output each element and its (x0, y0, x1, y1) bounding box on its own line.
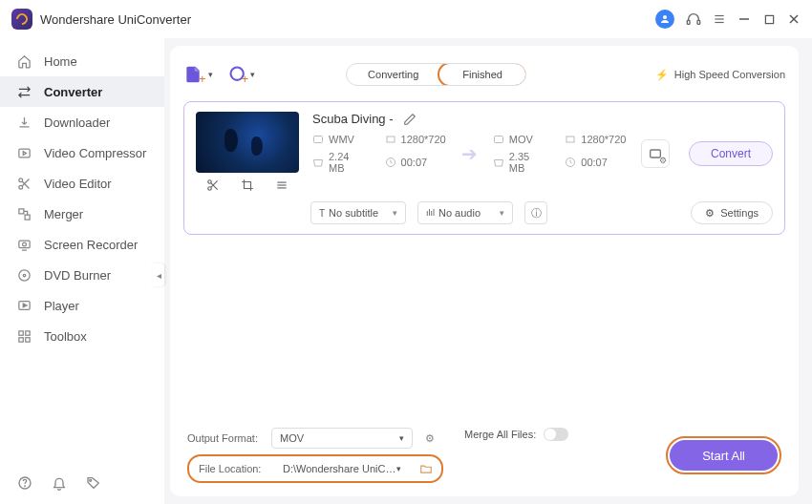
sidebar-item-downloader[interactable]: Downloader (0, 107, 164, 137)
svg-point-22 (23, 274, 26, 277)
sidebar-label: Merger (44, 207, 83, 221)
svg-marker-11 (23, 151, 26, 155)
sidebar-item-toolbox[interactable]: Toolbox (0, 321, 164, 351)
source-specs: WMV 1280*720 2.24 MB 00:07 (312, 134, 446, 174)
format-icon (312, 134, 324, 145)
play-icon (17, 299, 32, 313)
add-url-button[interactable]: +▾ (228, 64, 256, 86)
svg-rect-27 (19, 337, 23, 341)
sidebar-label: Downloader (44, 116, 110, 130)
svg-rect-41 (387, 136, 395, 142)
svg-rect-25 (19, 330, 23, 334)
svg-rect-40 (314, 136, 323, 143)
download-icon (17, 116, 32, 130)
gear-icon: ⚙ (705, 207, 715, 220)
sidebar-item-dvd-burner[interactable]: DVD Burner (0, 260, 164, 290)
resolution-icon (385, 134, 396, 145)
maximize-button[interactable] (762, 14, 776, 25)
svg-point-21 (19, 269, 30, 280)
merger-icon (17, 207, 32, 221)
more-icon[interactable] (275, 178, 288, 192)
tag-icon[interactable] (86, 475, 101, 491)
video-thumbnail[interactable] (196, 112, 299, 173)
close-button[interactable] (787, 13, 801, 25)
arrow-icon: ➔ (454, 142, 485, 165)
output-format-label: Output Format: (187, 432, 264, 444)
scissors-icon (17, 177, 32, 191)
svg-point-30 (25, 486, 26, 487)
svg-rect-16 (19, 208, 24, 213)
sidebar-label: Video Editor (44, 177, 112, 191)
edit-name-icon[interactable] (403, 113, 417, 126)
start-all-button[interactable]: Start All (670, 440, 778, 471)
disc-icon (17, 268, 32, 283)
sidebar-item-converter[interactable]: Converter (0, 76, 164, 107)
svg-rect-44 (566, 136, 574, 142)
format-settings-icon[interactable]: ⚙ (420, 429, 439, 448)
svg-point-31 (90, 479, 92, 481)
titlebar: Wondershare UniConverter (0, 0, 812, 38)
high-speed-toggle[interactable]: ⚡High Speed Conversion (655, 69, 785, 81)
file-card: Scuba Diving - WMV 1280*720 2.24 MB 00:0… (183, 101, 785, 235)
svg-marker-24 (23, 304, 27, 307)
file-location-label: File Location: (199, 463, 267, 474)
convert-button[interactable]: Convert (689, 141, 773, 166)
size-icon (312, 157, 324, 168)
sidebar: Home Converter Downloader Video Compress… (0, 38, 164, 504)
svg-point-33 (208, 180, 212, 184)
tab-converting[interactable]: Converting (347, 64, 439, 85)
sidebar-item-screen-recorder[interactable]: Screen Recorder (0, 229, 164, 260)
crop-icon[interactable] (241, 178, 254, 192)
settings-button[interactable]: ⚙Settings (691, 201, 773, 224)
svg-rect-10 (19, 149, 30, 158)
merge-label: Merge All Files: (464, 429, 536, 440)
tab-finished[interactable]: Finished (438, 63, 526, 86)
target-specs: MOV 1280*720 2.35 MB 00:07 (493, 134, 627, 174)
minimize-button[interactable] (737, 13, 751, 25)
converter-icon (17, 85, 32, 99)
sidebar-item-home[interactable]: Home (0, 46, 164, 76)
sidebar-item-player[interactable]: Player (0, 290, 164, 321)
svg-point-34 (208, 187, 212, 191)
sidebar-label: Screen Recorder (44, 238, 138, 252)
sidebar-label: Converter (44, 85, 102, 99)
clock-icon (385, 157, 396, 168)
help-icon[interactable] (17, 475, 32, 491)
sidebar-item-editor[interactable]: Video Editor (0, 168, 164, 199)
sidebar-label: Toolbox (44, 329, 87, 344)
app-title: Wondershare UniConverter (40, 12, 191, 27)
sidebar-label: Player (44, 299, 79, 313)
subtitle-select[interactable]: TNo subtitle▾ (310, 201, 406, 224)
audio-select[interactable]: ılılNo audio▾ (417, 201, 513, 224)
bell-icon[interactable] (52, 475, 67, 491)
svg-point-13 (19, 185, 23, 189)
svg-rect-7 (765, 15, 773, 23)
trim-icon[interactable] (206, 178, 220, 192)
svg-rect-17 (25, 215, 30, 220)
user-avatar[interactable] (655, 10, 674, 29)
svg-rect-18 (19, 241, 30, 248)
home-icon (17, 54, 32, 69)
sidebar-label: DVD Burner (44, 268, 111, 283)
sidebar-item-merger[interactable]: Merger (0, 199, 164, 229)
svg-point-19 (23, 242, 27, 246)
recorder-icon (17, 238, 32, 252)
menu-icon[interactable] (713, 12, 726, 26)
tab-group: Converting Finished (346, 63, 526, 86)
output-format-select[interactable]: MOV▾ (271, 428, 413, 449)
merge-toggle[interactable] (544, 428, 568, 441)
info-button[interactable]: ⓘ (524, 201, 547, 224)
app-logo (11, 9, 32, 30)
sidebar-collapse[interactable]: ◂ (153, 263, 164, 286)
file-location-select[interactable]: D:\Wondershare UniConverter▾ (275, 458, 409, 479)
svg-rect-28 (26, 337, 30, 341)
svg-rect-26 (26, 330, 30, 334)
svg-point-12 (19, 178, 23, 181)
headset-icon[interactable] (686, 11, 701, 27)
sidebar-item-compressor[interactable]: Video Compressor (0, 137, 164, 168)
browse-folder-icon[interactable] (417, 459, 436, 478)
add-file-button[interactable]: +▾ (183, 64, 213, 86)
sidebar-label: Home (44, 54, 77, 69)
output-settings-icon[interactable]: ⚙ (641, 139, 670, 168)
sidebar-label: Video Compressor (44, 146, 146, 160)
